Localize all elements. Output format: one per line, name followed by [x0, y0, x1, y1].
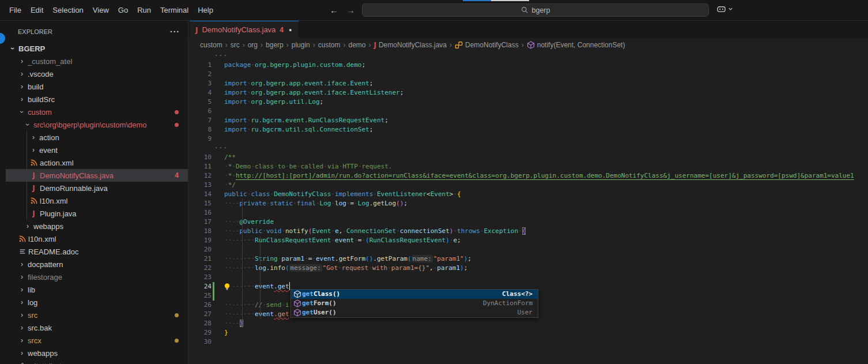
folded-region-row[interactable]: ···	[188, 51, 868, 61]
code-line-2[interactable]: 2	[188, 70, 868, 79]
breadcrumb-item[interactable]: src	[229, 41, 241, 49]
chevron-collapsed-icon[interactable]: ›	[17, 95, 27, 103]
tree-item-l10n-xml[interactable]: l10n.xml	[6, 232, 188, 245]
chevron-collapsed-icon[interactable]: ›	[17, 286, 27, 294]
suggest-item-getclass[interactable]: getClass()Class<?>	[291, 290, 538, 299]
tree-item-buildsrc[interactable]: ›buildSrc	[6, 93, 188, 106]
menu-item-view[interactable]: View	[88, 3, 114, 17]
folded-region-row[interactable]: ···	[188, 144, 868, 153]
tree-item-action[interactable]: ›action	[6, 131, 188, 144]
breadcrumb-item[interactable]: bgerp	[265, 41, 285, 49]
tree-item-custom[interactable]: ›custom	[6, 106, 188, 118]
chevron-collapsed-icon[interactable]: ›	[29, 146, 38, 154]
code-line-7[interactable]: 7import·ru.bgcrm.event.RunClassRequestEv…	[188, 116, 868, 125]
code-line-5[interactable]: 5import·org.bgerp.util.Log;	[188, 97, 868, 107]
tab-demonotifyclass[interactable]: J DemoNotifyClass.java 4 ●	[190, 21, 299, 38]
copilot-menu[interactable]	[716, 5, 733, 13]
chevron-expanded-icon[interactable]: ›	[18, 107, 26, 117]
command-center-search[interactable]: bgerp	[362, 3, 709, 17]
menu-item-terminal[interactable]: Terminal	[156, 3, 193, 17]
tree-item-webapps[interactable]: ›webapps	[6, 347, 188, 359]
chevron-collapsed-icon[interactable]: ›	[17, 324, 27, 332]
tree-item-readme-adoc[interactable]: README.adoc	[6, 245, 188, 258]
breadcrumb-item[interactable]: notify(Event, ConnectionSet)	[526, 41, 627, 49]
code-line-15[interactable]: 15····private·static·final·Log·log·=·Log…	[188, 199, 868, 208]
code-line-30[interactable]: 30	[188, 337, 868, 347]
chevron-collapsed-icon[interactable]: ›	[17, 336, 27, 344]
breadcrumb-item[interactable]: org	[247, 41, 259, 49]
tree-item-demorunnable-java[interactable]: JDemoRunnable.java	[6, 182, 188, 194]
code-line-12[interactable]: 12·*·http://[host]:[port]/admin/run.do?a…	[188, 171, 868, 181]
code-line-21[interactable]: 21········String·param1·=·event.getForm(…	[188, 254, 868, 264]
code-line-10[interactable]: 10/**	[188, 153, 868, 162]
code-line-13[interactable]: 13·*/	[188, 181, 868, 190]
breadcrumb-item[interactable]: custom	[317, 41, 342, 49]
dirty-dot-icon[interactable]: ●	[289, 27, 292, 33]
code-line-17[interactable]: 17····@Override	[188, 217, 868, 227]
menu-item-go[interactable]: Go	[114, 3, 133, 17]
tree-item-bgerp[interactable]: ›BGERP	[6, 42, 188, 55]
chevron-expanded-icon[interactable]: ›	[24, 120, 32, 129]
chevron-collapsed-icon[interactable]: ›	[29, 133, 38, 141]
tree-item-action-xml[interactable]: action.xml	[6, 156, 188, 169]
tree-item--vscode[interactable]: ›.vscode	[6, 67, 188, 80]
tree-item-filestorage[interactable]: ›filestorage	[6, 271, 188, 283]
code-line-3[interactable]: 3import·org.bgerp.app.event.iface.Event;	[188, 79, 868, 88]
chevron-collapsed-icon[interactable]: ›	[17, 260, 27, 268]
chevron-collapsed-icon[interactable]: ›	[23, 222, 32, 230]
code-line-29[interactable]: 29}	[188, 328, 868, 337]
tree-item-l10n-xml[interactable]: l10n.xml	[6, 194, 188, 207]
breadcrumb-item[interactable]: custom	[199, 41, 224, 49]
forward-arrow-icon[interactable]: →	[346, 5, 355, 15]
tree-item-srcx[interactable]: ›srcx	[6, 334, 188, 347]
code-line-14[interactable]: 14public·class·DemoNotifyClass·implement…	[188, 190, 868, 199]
fold-ellipsis[interactable]: ···	[214, 144, 228, 153]
chevron-collapsed-icon[interactable]: ›	[17, 311, 27, 319]
menu-item-run[interactable]: Run	[133, 3, 156, 17]
back-arrow-icon[interactable]: ←	[330, 5, 338, 15]
tree-item--custom-atel[interactable]: ›_custom_atel	[6, 55, 188, 67]
tree-item-webapps[interactable]: ›webapps	[6, 220, 188, 232]
code-line-20[interactable]: 20	[188, 245, 868, 254]
tree-item--gitattributes[interactable]: .gitattributes	[6, 359, 188, 364]
chevron-collapsed-icon[interactable]: ›	[17, 82, 27, 91]
breadcrumb-item[interactable]: plugin	[290, 41, 311, 49]
git-added-gutter-bar[interactable]	[213, 291, 214, 301]
tree-item-log[interactable]: ›log	[6, 296, 188, 309]
code-line-6[interactable]: 6	[188, 107, 868, 116]
tree-item-demonotifyclass-java[interactable]: JDemoNotifyClass.java4	[6, 169, 188, 182]
code-line-8[interactable]: 8import·ru.bgcrm.util.sql.ConnectionSet;	[188, 125, 868, 134]
code-line-1[interactable]: 1package·org.bgerp.plugin.custom.demo;	[188, 61, 868, 70]
git-added-gutter-bar[interactable]	[213, 282, 214, 291]
code-line-9[interactable]: 9	[188, 134, 868, 144]
lightbulb-icon[interactable]	[222, 282, 232, 291]
tree-item-plugin-java[interactable]: JPlugin.java	[6, 207, 188, 220]
breadcrumb-item[interactable]: JDemoNotifyClass.java	[372, 41, 448, 49]
code-line-22[interactable]: 22········log.info(message:"Got·request·…	[188, 264, 868, 273]
tree-item-src[interactable]: ›src	[6, 309, 188, 321]
fold-ellipsis[interactable]: ···	[214, 51, 228, 61]
chevron-collapsed-icon[interactable]: ›	[17, 70, 27, 78]
chevron-collapsed-icon[interactable]: ›	[17, 273, 27, 281]
code-line-11[interactable]: 11·*·Demo·class·to·be·called·via·HTTP·re…	[188, 162, 868, 171]
suggest-item-getform[interactable]: getForm()DynActionForm	[291, 299, 538, 308]
tree-item-build[interactable]: ›build	[6, 80, 188, 93]
menu-item-selection[interactable]: Selection	[48, 3, 88, 17]
chevron-collapsed-icon[interactable]: ›	[17, 57, 27, 65]
chevron-collapsed-icon[interactable]: ›	[17, 298, 27, 306]
tree-item-lib[interactable]: ›lib	[6, 283, 188, 296]
tree-item-event[interactable]: ›event	[6, 144, 188, 156]
suggest-item-getuser[interactable]: getUser()User	[291, 308, 538, 317]
menu-item-file[interactable]: File	[5, 3, 26, 17]
breadcrumb-item[interactable]: DemoNotifyClass	[454, 41, 520, 49]
code-line-28[interactable]: 28····}	[188, 319, 868, 328]
code-line-4[interactable]: 4import·org.bgerp.app.event.iface.EventL…	[188, 88, 868, 97]
chevron-collapsed-icon[interactable]: ›	[17, 349, 27, 357]
menu-item-edit[interactable]: Edit	[26, 3, 48, 17]
tree-item-src-org-bgerp-plugin-custom-demo[interactable]: ›src\org\bgerp\plugin\custom\demo	[6, 118, 188, 131]
code-line-16[interactable]: 16	[188, 208, 868, 217]
tree-item-docpattern[interactable]: ›docpattern	[6, 258, 188, 271]
breadcrumb-item[interactable]: demo	[347, 41, 367, 49]
chevron-expanded-icon[interactable]: ›	[9, 44, 17, 53]
menu-item-help[interactable]: Help	[193, 3, 218, 17]
